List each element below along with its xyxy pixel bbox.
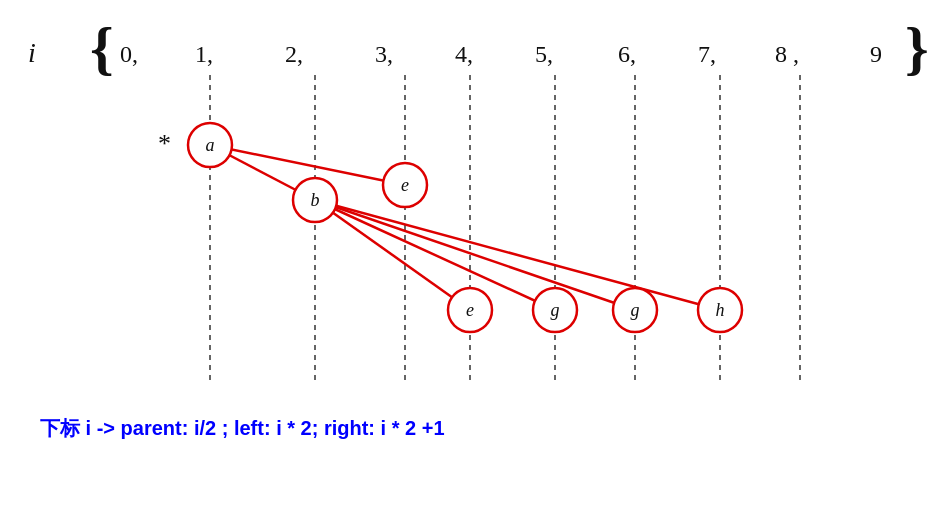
- close-brace: }: [905, 15, 929, 81]
- node-g1-label: g: [551, 300, 560, 320]
- node-g2-label: g: [631, 300, 640, 320]
- node-e-top-label: e: [401, 175, 409, 195]
- node-h-label: h: [716, 300, 725, 320]
- diagram-svg: { } i 0, 1, 2, 3, 4, 5, 6, 7, 8 , 9 *: [0, 0, 951, 507]
- asterisk-symbol: *: [158, 129, 171, 158]
- index-label-i: i: [28, 37, 36, 68]
- formula-text: 下标 i -> parent: i/2 ; left: i * 2; right…: [40, 417, 445, 439]
- array-val-7: 7,: [698, 41, 716, 67]
- node-b-label: b: [311, 190, 320, 210]
- edge-b-e: [315, 200, 470, 310]
- array-val-3: 3,: [375, 41, 393, 67]
- main-canvas: { } i 0, 1, 2, 3, 4, 5, 6, 7, 8 , 9 *: [0, 0, 951, 507]
- open-brace: {: [90, 15, 114, 81]
- array-val-9: 9: [870, 41, 882, 67]
- array-val-8: 8 ,: [775, 41, 799, 67]
- array-val-0: 0,: [120, 41, 138, 67]
- array-val-1: 1,: [195, 41, 213, 67]
- node-e-bot-label: e: [466, 300, 474, 320]
- array-val-2: 2,: [285, 41, 303, 67]
- array-val-5: 5,: [535, 41, 553, 67]
- array-val-4: 4,: [455, 41, 473, 67]
- node-a-label: a: [206, 135, 215, 155]
- array-val-6: 6,: [618, 41, 636, 67]
